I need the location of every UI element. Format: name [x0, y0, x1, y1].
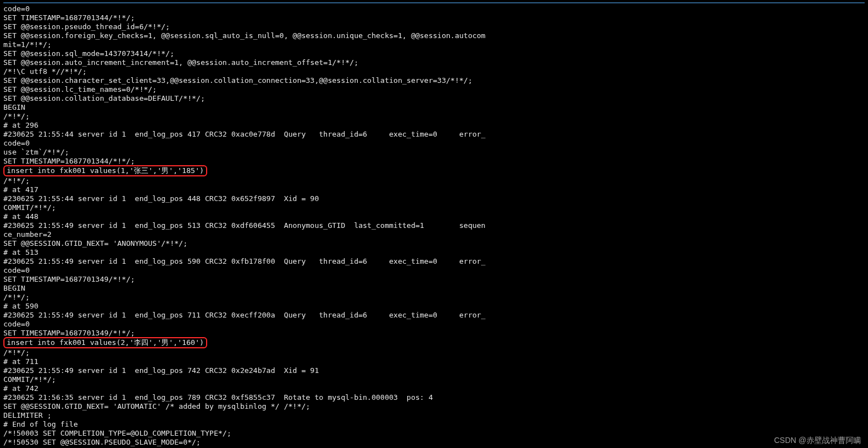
annotated-sql-insert: insert into fxk001 values(1,'张三','男','18…: [3, 165, 207, 176]
terminal-line: COMMIT/*!*/;: [3, 375, 865, 384]
terminal-line: # at 590: [3, 302, 865, 311]
terminal-line: /*!*/;: [3, 293, 865, 302]
terminal-line: SET @@session.collation_database=DEFAULT…: [3, 94, 865, 103]
terminal-line: # at 296: [3, 121, 865, 130]
terminal-line: # at 742: [3, 384, 865, 393]
terminal-line: DELIMITER ;: [3, 411, 865, 420]
terminal-line: SET TIMESTAMP=1687701344/*!*/;: [3, 157, 865, 166]
terminal-line: /*!*/;: [3, 112, 865, 121]
terminal-line: # at 417: [3, 185, 865, 194]
terminal-line: /*!*/;: [3, 348, 865, 357]
terminal-line: #230625 21:55:49 server id 1 end_log_pos…: [3, 311, 865, 320]
terminal-line: #230625 21:56:35 server id 1 end_log_pos…: [3, 393, 865, 402]
terminal-output[interactable]: code=0SET TIMESTAMP=1687701344/*!*/;SET …: [3, 4, 865, 447]
terminal-line: #230625 21:55:44 server id 1 end_log_pos…: [3, 194, 865, 203]
terminal-line: SET @@SESSION.GTID_NEXT= 'AUTOMATIC' /* …: [3, 402, 865, 411]
terminal-line: insert into fxk001 values(1,'张三','男','18…: [3, 166, 865, 176]
terminal-line: SET TIMESTAMP=1687701349/*!*/;: [3, 275, 865, 284]
terminal-line: mit=1/*!*/;: [3, 40, 865, 49]
terminal-line: SET @@session.character_set_client=33,@@…: [3, 76, 865, 85]
terminal-line: /*!50530 SET @@SESSION.PSEUDO_SLAVE_MODE…: [3, 438, 865, 447]
terminal-line: COMMIT/*!*/;: [3, 203, 865, 212]
terminal-line: #230625 21:55:49 server id 1 end_log_pos…: [3, 257, 865, 266]
terminal-line: /*!*/;: [3, 176, 865, 185]
terminal-line: code=0: [3, 139, 865, 148]
terminal-line: SET @@session.foreign_key_checks=1, @@se…: [3, 31, 865, 40]
terminal-line: # at 513: [3, 248, 865, 257]
terminal-line: insert into fxk001 values(2,'李四','男','16…: [3, 338, 865, 348]
terminal-line: #230625 21:55:44 server id 1 end_log_pos…: [3, 130, 865, 139]
terminal-line: /*!\C utf8 *//*!*/;: [3, 67, 865, 76]
terminal-line: SET @@session.auto_increment_increment=1…: [3, 58, 865, 67]
terminal-line: # at 711: [3, 357, 865, 366]
terminal-line: SET @@session.sql_mode=1437073414/*!*/;: [3, 49, 865, 58]
terminal-line: code=0: [3, 266, 865, 275]
terminal-line: SET @@SESSION.GTID_NEXT= 'ANONYMOUS'/*!*…: [3, 239, 865, 248]
terminal-line: BEGIN: [3, 103, 865, 112]
terminal-line: SET TIMESTAMP=1687701344/*!*/;: [3, 13, 865, 22]
terminal-line: BEGIN: [3, 284, 865, 293]
terminal-line: # at 448: [3, 212, 865, 221]
terminal-line: SET TIMESTAMP=1687701349/*!*/;: [3, 329, 865, 338]
terminal-line: #230625 21:55:49 server id 1 end_log_pos…: [3, 221, 865, 230]
terminal-line: code=0: [3, 4, 865, 13]
terminal-line: ce_number=2: [3, 230, 865, 239]
watermark-text: CSDN @赤壁战神曹阿瞒: [774, 436, 861, 445]
annotated-sql-insert: insert into fxk001 values(2,'李四','男','16…: [3, 337, 207, 348]
terminal-line: SET @@session.pseudo_thread_id=6/*!*/;: [3, 22, 865, 31]
terminal-line: #230625 21:55:49 server id 1 end_log_pos…: [3, 366, 865, 375]
terminal-line: # End of log file: [3, 420, 865, 429]
terminal-line: /*!50003 SET COMPLETION_TYPE=@OLD_COMPLE…: [3, 429, 865, 438]
terminal-line: SET @@session.lc_time_names=0/*!*/;: [3, 85, 865, 94]
terminal-line: use `ztm`/*!*/;: [3, 148, 865, 157]
window-topbar: [3, 2, 865, 3]
terminal-line: code=0: [3, 320, 865, 329]
